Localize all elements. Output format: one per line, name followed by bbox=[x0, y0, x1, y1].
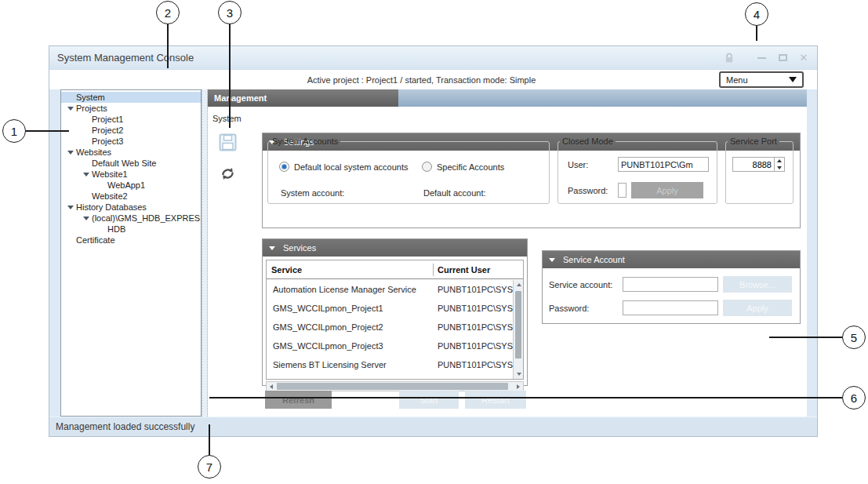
spinner-up-icon[interactable] bbox=[775, 158, 784, 165]
tree-item[interactable]: System bbox=[61, 92, 201, 103]
window-title: System Management Console bbox=[57, 52, 194, 64]
scroll-left-icon[interactable] bbox=[267, 382, 276, 391]
closed-mode-password-input[interactable] bbox=[618, 183, 626, 198]
service-row[interactable]: GMS_WCCILpmon_Project2PUNBT101PC\SYS bbox=[267, 318, 513, 337]
browse-button[interactable]: Browse... bbox=[723, 276, 792, 293]
refresh-icon-button[interactable] bbox=[220, 166, 235, 184]
tree-item[interactable]: Certificate bbox=[61, 235, 201, 246]
tree-item-label: Project3 bbox=[92, 136, 123, 147]
status-bar: Management loaded successfully bbox=[49, 417, 817, 436]
callout-number: 3 bbox=[218, 1, 242, 24]
vertical-scroll-thumb[interactable] bbox=[515, 291, 521, 358]
closed-mode-password-label: Password: bbox=[568, 186, 613, 195]
closed-mode-apply-button[interactable]: Apply bbox=[631, 182, 703, 198]
content-area: SystemProjectsProject1Project2Project3We… bbox=[49, 89, 817, 417]
collapse-arrow-icon bbox=[269, 246, 275, 250]
tab-strip-fill bbox=[398, 89, 807, 107]
service-account-panel-header[interactable]: Service Account bbox=[543, 251, 800, 268]
default-account-label: Default account: bbox=[423, 188, 486, 198]
tree-expander-icon[interactable] bbox=[64, 107, 76, 111]
service-row[interactable]: Automation License Manager ServicePUNBT1… bbox=[267, 280, 513, 299]
restart-button[interactable]: Restart bbox=[465, 391, 526, 409]
tree-item[interactable]: History Databases bbox=[61, 202, 201, 213]
active-project-status: Active project : Project1 / started, Tra… bbox=[49, 75, 817, 85]
tree-item[interactable]: Website1 bbox=[61, 169, 201, 180]
tree-item[interactable]: Project1 bbox=[61, 114, 201, 125]
scroll-down-icon[interactable] bbox=[514, 369, 524, 379]
minimize-button[interactable] bbox=[756, 53, 767, 64]
radio-default-local-accounts[interactable] bbox=[279, 162, 289, 172]
tree-item-label: Projects bbox=[76, 103, 107, 114]
radio-specific-accounts[interactable] bbox=[422, 162, 432, 172]
service-account-apply-button[interactable]: Apply bbox=[723, 300, 792, 316]
tree-item[interactable]: (local)\GMS_HDB_EXPRESS bbox=[61, 213, 201, 224]
tree-item[interactable]: Default Web Site bbox=[61, 158, 201, 169]
tree-item[interactable]: WebApp1 bbox=[61, 180, 201, 191]
menu-dropdown[interactable]: Menu bbox=[719, 71, 804, 88]
services-panel-header[interactable]: Services bbox=[263, 239, 527, 257]
tree-item[interactable]: Website2 bbox=[61, 191, 201, 202]
service-port-spinner[interactable]: 8888 bbox=[732, 157, 785, 172]
app-window: System Management Console ✕ Active proje… bbox=[49, 45, 818, 437]
callout-number: 7 bbox=[198, 455, 221, 479]
tree-item[interactable]: Websites bbox=[61, 147, 201, 158]
system-accounts-group: System Accounts Default local system acc… bbox=[267, 136, 550, 204]
service-port-value[interactable]: 8888 bbox=[733, 158, 774, 171]
save-button[interactable] bbox=[219, 133, 237, 155]
service-user-cell: PUNBT101PC\SYS bbox=[433, 304, 513, 313]
toolbar: Active project : Project1 / started, Tra… bbox=[49, 70, 817, 89]
service-account-panel: Service Account Service account: Browse.… bbox=[542, 250, 801, 324]
tree-splitter[interactable] bbox=[202, 89, 208, 417]
callout-number: 6 bbox=[842, 386, 866, 409]
tab-management[interactable]: Management bbox=[208, 89, 398, 107]
service-user-cell: PUNBT101PC\SYS bbox=[433, 341, 513, 351]
service-name-cell: Automation License Manager Service bbox=[267, 285, 433, 294]
tree-expander-icon[interactable] bbox=[64, 151, 76, 155]
service-row[interactable]: Siemens GMS Closed Mode ServicePUNBT101P… bbox=[267, 374, 513, 379]
tree: SystemProjectsProject1Project2Project3We… bbox=[60, 89, 202, 417]
radio-default-local-accounts-label: Default local system accounts bbox=[294, 162, 409, 172]
tree-item[interactable]: Projects bbox=[61, 103, 201, 114]
lock-icon bbox=[724, 53, 735, 64]
col-header-current-user[interactable]: Current User bbox=[433, 265, 490, 275]
scroll-right-icon[interactable] bbox=[514, 382, 523, 391]
service-user-cell: PUNBT101PC\SYS bbox=[433, 360, 513, 369]
tree-item[interactable]: Project2 bbox=[61, 125, 201, 136]
closed-mode-user-input[interactable]: PUNBT101PC\Gm bbox=[618, 157, 709, 172]
service-row[interactable]: Siemens BT Licensing ServerPUNBT101PC\SY… bbox=[267, 355, 513, 374]
title-bar[interactable]: System Management Console ✕ bbox=[49, 46, 817, 70]
closed-mode-legend: Closed Mode bbox=[560, 136, 616, 146]
service-account-password-input[interactable] bbox=[623, 300, 718, 315]
col-header-service[interactable]: Service bbox=[267, 265, 433, 275]
system-account-label: System account: bbox=[281, 188, 344, 198]
spinner-down-icon[interactable] bbox=[775, 165, 784, 172]
tree-item[interactable]: Project3 bbox=[61, 136, 201, 147]
management-page: System Settings System A bbox=[208, 107, 807, 417]
tree-item-label: Default Web Site bbox=[92, 158, 156, 169]
tree-expander-icon[interactable] bbox=[64, 206, 76, 209]
close-button[interactable]: ✕ bbox=[798, 53, 809, 64]
maximize-button[interactable] bbox=[777, 53, 788, 64]
service-name-cell: GMS_WCCILpmon_Project1 bbox=[267, 304, 433, 313]
collapse-arrow-icon bbox=[549, 258, 555, 262]
service-account-password-label: Password: bbox=[549, 304, 618, 313]
callout-number: 2 bbox=[156, 1, 180, 24]
vertical-scrollbar[interactable] bbox=[513, 280, 523, 379]
tree-item[interactable]: HDB bbox=[61, 224, 201, 235]
menu-dropdown-label: Menu bbox=[726, 75, 748, 85]
tree-item-label: Project1 bbox=[92, 114, 123, 125]
refresh-button[interactable]: Refresh bbox=[265, 391, 332, 409]
service-row[interactable]: GMS_WCCILpmon_Project3PUNBT101PC\SYS bbox=[267, 337, 513, 355]
tree-item-label: History Databases bbox=[76, 202, 147, 213]
tree-item-label: Websites bbox=[76, 147, 111, 158]
tree-expander-icon[interactable] bbox=[80, 217, 92, 220]
service-account-input[interactable] bbox=[623, 277, 718, 292]
scroll-up-icon[interactable] bbox=[514, 280, 524, 289]
service-user-cell: PUNBT101PC\SYS bbox=[433, 285, 513, 294]
start-button[interactable]: Start bbox=[399, 391, 459, 409]
callout-line bbox=[229, 24, 231, 128]
tree-expander-icon[interactable] bbox=[80, 173, 92, 176]
callout-number: 4 bbox=[745, 2, 768, 26]
horizontal-scroll-thumb[interactable] bbox=[277, 383, 508, 390]
service-row[interactable]: GMS_WCCILpmon_Project1PUNBT101PC\SYS bbox=[267, 299, 513, 318]
